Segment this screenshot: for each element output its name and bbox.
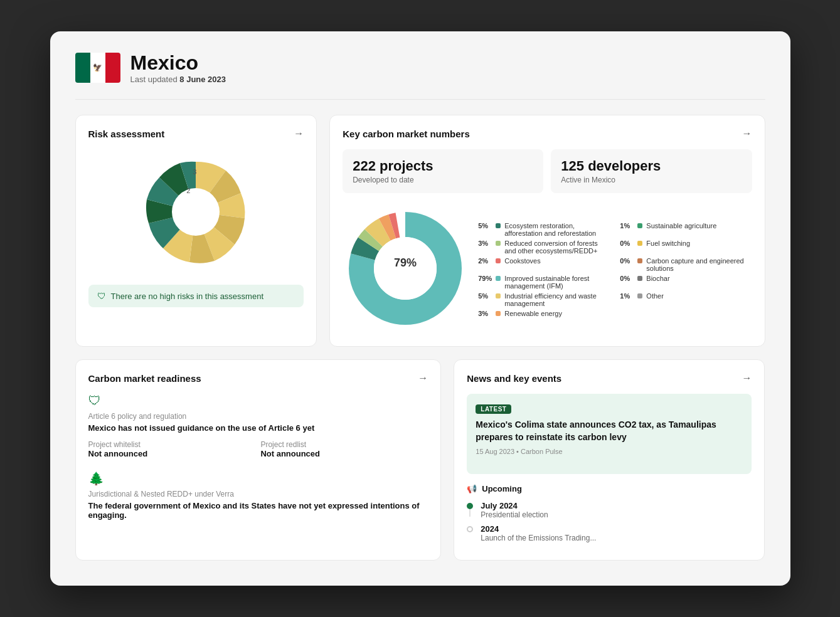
browser-frame: 🦅 Mexico Last updated 8 June 2023 Risk a… xyxy=(50,31,790,585)
country-flag: 🦅 xyxy=(75,53,120,83)
timeline-dot-1 xyxy=(467,503,473,509)
risk-assessment-arrow[interactable]: → xyxy=(294,128,304,139)
readiness-arrow[interactable]: → xyxy=(418,372,428,384)
country-name: Mexico xyxy=(130,51,226,75)
article6-text: Mexico has not issued guidance on the us… xyxy=(88,423,428,433)
redlist-label: Project redlist xyxy=(260,440,428,449)
carbon-market-arrow[interactable]: → xyxy=(742,128,752,139)
latest-badge: LATEST xyxy=(476,404,511,414)
article6-subtitle: Article 6 policy and regulation xyxy=(88,412,428,421)
legend-dot-5 xyxy=(496,293,501,298)
projects-label: Developed to date xyxy=(353,176,533,184)
redd-subtitle: Jurisdictional & Nested REDD+ under Verr… xyxy=(88,490,428,498)
readiness-header: Carbon market readiness → xyxy=(88,372,428,384)
legend-dot-1 xyxy=(496,223,501,228)
projects-number: 222 projects xyxy=(353,158,533,174)
legend-grid: 5% Ecosystem restoration, afforestation … xyxy=(478,222,752,317)
no-risk-text: There are no high risks in this assessme… xyxy=(111,292,264,301)
timeline-date-1: July 2024 xyxy=(481,501,548,510)
whitelist-label: Project whitelist xyxy=(88,440,256,449)
news-arrow[interactable]: → xyxy=(742,372,752,384)
header-text: Mexico Last updated 8 June 2023 xyxy=(130,51,226,84)
legend-dot-r5 xyxy=(637,293,642,298)
stat-box-projects: 222 projects Developed to date xyxy=(343,149,543,193)
header-divider xyxy=(75,99,765,100)
risk-assessment-card: Risk assessment → 3 2 xyxy=(75,115,317,347)
legend-dot-2 xyxy=(496,241,501,246)
redlist-item: Project redlist Not announced xyxy=(260,440,428,458)
legend-dot-r4 xyxy=(637,276,642,281)
chart-legend-container: 79% 5% Ecosystem restoration, afforestat… xyxy=(343,206,752,334)
news-card: News and key events → LATEST Mexico's Co… xyxy=(454,359,765,560)
whitelist-value: Not announced xyxy=(88,449,256,458)
timeline-content-1: July 2024 Presidential election xyxy=(481,501,548,519)
readiness-card: Carbon market readiness → 🛡 Article 6 po… xyxy=(75,359,442,560)
timeline-content-2: 2024 Launch of the Emissions Trading... xyxy=(481,524,596,542)
developers-label: Active in Mexico xyxy=(561,176,742,184)
timeline-date-2: 2024 xyxy=(481,524,596,534)
risk-assessment-header: Risk assessment → xyxy=(88,128,304,139)
timeline-event-1: Presidential election xyxy=(481,510,548,519)
donut-chart-wrapper: 79% xyxy=(343,206,468,334)
timeline-item-2: 2024 Launch of the Emissions Trading... xyxy=(467,524,752,542)
risk-assessment-title: Risk assessment xyxy=(88,129,165,139)
bottom-grid: Carbon market readiness → 🛡 Article 6 po… xyxy=(75,359,765,560)
legend-item-r2: 0% Fuel switching xyxy=(620,240,752,255)
page-header: 🦅 Mexico Last updated 8 June 2023 xyxy=(75,51,765,84)
readiness-section-2: 🌲 Jurisdictional & Nested REDD+ under Ve… xyxy=(88,471,428,520)
legend-item-3: 2% Cookstoves xyxy=(478,257,610,272)
flag-green-stripe xyxy=(75,53,90,83)
legend-item-6: 3% Renewable energy xyxy=(478,310,610,317)
flag-white-stripe: 🦅 xyxy=(90,53,105,83)
legend-dot-r3 xyxy=(637,258,642,263)
timeline-event-2: Launch of the Emissions Trading... xyxy=(481,534,596,542)
legend-item-4: 79% Improved sustainable forest manageme… xyxy=(478,275,610,290)
sunburst-label-3: 3 xyxy=(193,168,196,176)
last-updated: Last updated 8 June 2023 xyxy=(130,75,226,84)
shield-icon: 🛡 xyxy=(97,291,106,301)
center-circle xyxy=(172,188,220,236)
stat-box-developers: 125 developers Active in Mexico xyxy=(551,149,752,193)
upcoming-label: Upcoming xyxy=(482,484,522,493)
legend-item-5: 5% Industrial efficiency and waste manag… xyxy=(478,292,610,307)
legend-item-r3: 0% Carbon capture and engineered solutio… xyxy=(620,257,752,272)
main-grid: Risk assessment → 3 2 xyxy=(75,115,765,347)
timeline-line-1 xyxy=(469,509,471,517)
legend-dot-r2 xyxy=(637,241,642,246)
article6-icon: 🛡 xyxy=(88,394,428,408)
whitelist-item: Project whitelist Not announced xyxy=(88,440,256,458)
last-updated-date: 8 June 2023 xyxy=(179,75,226,84)
legend-dot-4 xyxy=(496,276,501,281)
megaphone-icon: 📢 xyxy=(467,484,477,493)
legend-dot-r1 xyxy=(637,223,642,228)
sunburst-chart: 3 2 xyxy=(133,149,258,275)
sunburst-label-2: 2 xyxy=(186,187,190,194)
readiness-title: Carbon market readiness xyxy=(88,373,201,384)
timeline-dot-2 xyxy=(467,526,473,532)
latest-news-box: LATEST Mexico's Colima state announces C… xyxy=(467,394,752,473)
carbon-market-title: Key carbon market numbers xyxy=(343,129,470,139)
stats-row: 222 projects Developed to date 125 devel… xyxy=(343,149,752,193)
legend-item-r5: 1% Other xyxy=(620,292,752,307)
carbon-market-card: Key carbon market numbers → 222 projects… xyxy=(329,115,765,347)
carbon-market-header: Key carbon market numbers → xyxy=(343,128,752,139)
timeline-item-1: July 2024 Presidential election xyxy=(467,501,752,519)
legend-item-2: 3% Reduced conversion of forests and oth… xyxy=(478,240,610,255)
whitelist-redlist: Project whitelist Not announced Project … xyxy=(88,440,428,458)
redlist-value: Not announced xyxy=(260,449,428,458)
legend-item-r4: 0% Biochar xyxy=(620,275,752,290)
legend-dot-6 xyxy=(496,311,501,316)
upcoming-header: 📢 Upcoming xyxy=(467,484,752,493)
news-headline: Mexico's Colima state announces CO2 tax,… xyxy=(476,419,743,443)
risk-chart: 3 2 xyxy=(88,149,304,275)
news-meta: 15 Aug 2023 • Carbon Pulse xyxy=(476,448,743,455)
readiness-section-1: 🛡 Article 6 policy and regulation Mexico… xyxy=(88,394,428,458)
donut-center-pct: 79% xyxy=(394,256,417,269)
developers-number: 125 developers xyxy=(561,158,742,174)
donut-svg: 79% xyxy=(343,206,468,331)
redd-text: The federal government of Mexico and its… xyxy=(88,501,428,520)
legend-dot-3 xyxy=(496,258,501,263)
redd-icon: 🌲 xyxy=(88,471,428,486)
legend-item-r1: 1% Sustainable agriculture xyxy=(620,222,752,237)
legend-item-1: 5% Ecosystem restoration, afforestation … xyxy=(478,222,610,237)
